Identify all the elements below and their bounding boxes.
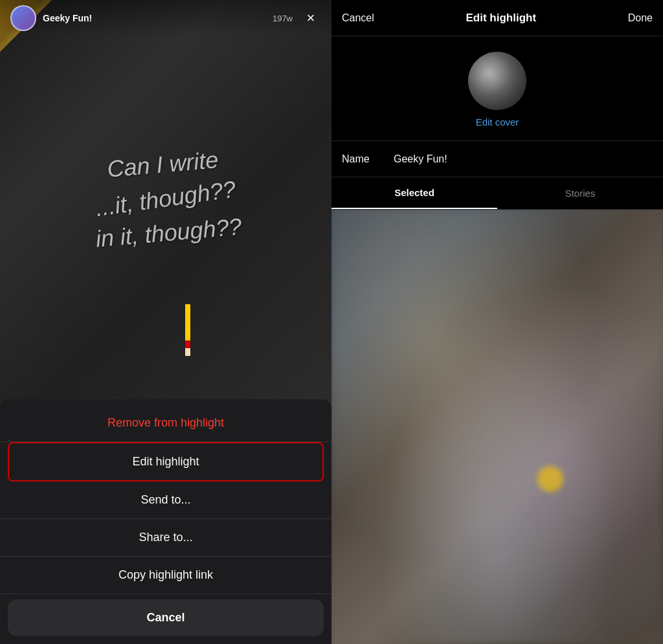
copy-highlight-link-button[interactable]: Copy highlight link [0, 557, 332, 594]
cancel-nav-button[interactable]: Cancel [342, 12, 374, 24]
name-row: Name Geeky Fun! [332, 141, 663, 177]
avatar [10, 5, 36, 31]
username: Geeky Fun! [43, 13, 269, 23]
cancel-button[interactable]: Cancel [8, 599, 324, 636]
edit-cover-button[interactable]: Edit cover [476, 117, 519, 128]
pencil-decoration [185, 304, 190, 356]
cover-circle-inner [468, 52, 526, 110]
page-title: Edit highlight [466, 12, 536, 25]
left-panel: Can I write ...it, though?? in it, thoug… [0, 0, 332, 644]
share-to-button[interactable]: Share to... [0, 519, 332, 557]
story-time: 197w [273, 14, 293, 23]
blurred-overlay [332, 210, 663, 644]
story-image: Can I write ...it, though?? in it, thoug… [0, 0, 332, 408]
tab-selected[interactable]: Selected [332, 177, 497, 209]
action-sheet: Remove from highlight Edit highlight Sen… [0, 399, 332, 644]
send-to-button[interactable]: Send to... [0, 482, 332, 519]
highlight-cover-image[interactable] [468, 52, 526, 110]
remove-from-highlight-button[interactable]: Remove from highlight [0, 405, 332, 442]
edit-highlight-button[interactable]: Edit highlight [8, 442, 324, 482]
cover-section: Edit cover [332, 36, 663, 141]
story-texture [0, 0, 332, 408]
name-field-value[interactable]: Geeky Fun! [394, 153, 653, 165]
story-header: Geeky Fun! 197w × [0, 0, 332, 36]
tab-stories[interactable]: Stories [497, 177, 663, 209]
right-header: Cancel Edit highlight Done [332, 0, 663, 36]
tabs-row: Selected Stories [332, 177, 663, 210]
done-nav-button[interactable]: Done [628, 12, 653, 24]
close-button[interactable]: × [300, 8, 321, 28]
name-field-label: Name [342, 153, 394, 165]
story-background: Can I write ...it, though?? in it, thoug… [0, 0, 332, 408]
content-area [332, 210, 663, 644]
right-panel: Cancel Edit highlight Done Edit cover Na… [332, 0, 663, 644]
